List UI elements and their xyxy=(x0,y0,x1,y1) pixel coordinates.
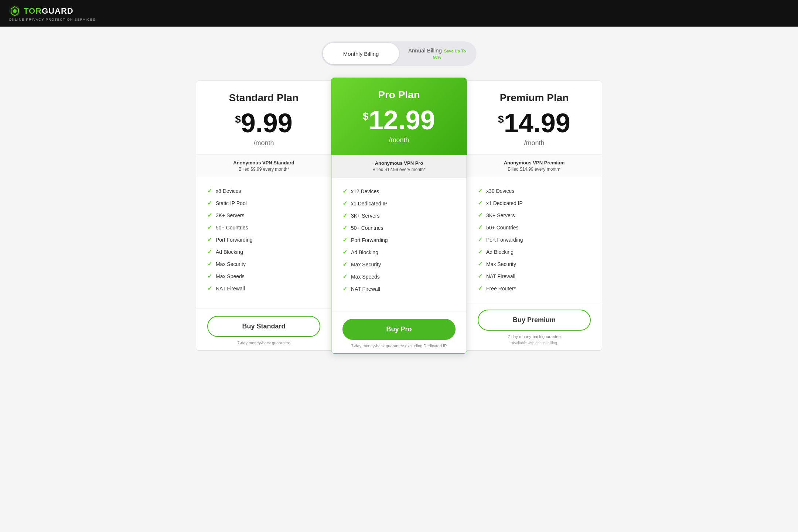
list-item: ✓50+ Countries xyxy=(207,221,320,233)
check-icon: ✓ xyxy=(207,200,212,207)
logo-text: TORGUARD xyxy=(24,6,74,16)
check-icon: ✓ xyxy=(207,224,212,231)
list-item: ✓x8 Devices xyxy=(207,185,320,197)
billing-toggle: Monthly Billing Annual BillingSave Up To… xyxy=(321,41,477,66)
pro-plan-header: Pro Plan $ 12.99 /month xyxy=(331,78,467,155)
check-icon: ✓ xyxy=(342,236,347,243)
premium-plan-cta: Buy Premium 7-day money-back guarantee *… xyxy=(467,302,602,350)
check-icon: ✓ xyxy=(342,249,347,256)
pro-price-dollar: $ xyxy=(363,110,369,122)
standard-features-list: ✓x8 Devices ✓Static IP Pool ✓3K+ Servers… xyxy=(196,177,331,308)
list-item: ✓3K+ Servers xyxy=(207,209,320,221)
standard-plan-period: /month xyxy=(204,139,324,147)
standard-guarantee: 7-day money-back guarantee xyxy=(207,341,320,345)
main-content: Monthly Billing Annual BillingSave Up To… xyxy=(0,27,798,373)
list-item: ✓Ad Blocking xyxy=(478,246,591,258)
premium-guarantee: 7-day money-back guarantee xyxy=(478,334,591,339)
check-icon: ✓ xyxy=(207,236,212,243)
logo: TORGUARD ONLINE PRIVACY PROTECTION SERVI… xyxy=(9,5,96,21)
standard-billing-note: Billed $9.99 every month* xyxy=(204,167,324,172)
pro-plan-subheader: Anonymous VPN Pro Billed $12.99 every mo… xyxy=(331,155,467,178)
pro-billing-note: Billed $12.99 every month* xyxy=(339,167,459,172)
list-item: ✓NAT Firewall xyxy=(342,283,456,295)
check-icon: ✓ xyxy=(342,212,347,219)
standard-plan-subheader: Anonymous VPN Standard Billed $9.99 ever… xyxy=(196,155,331,177)
pro-plan-name: Pro Plan xyxy=(339,89,459,101)
list-item: ✓x1 Dedicated IP xyxy=(342,197,456,209)
buy-standard-button[interactable]: Buy Standard xyxy=(207,316,320,337)
premium-features-list: ✓x30 Devices ✓x1 Dedicated IP ✓3K+ Serve… xyxy=(467,177,602,302)
list-item: ✓x1 Dedicated IP xyxy=(478,197,591,209)
monthly-billing-button[interactable]: Monthly Billing xyxy=(323,43,399,64)
standard-plan-header: Standard Plan $ 9.99 /month xyxy=(196,81,331,155)
check-icon: ✓ xyxy=(342,285,347,292)
pro-guarantee: 7-day money-back guarantee excluding Ded… xyxy=(342,344,456,348)
check-icon: ✓ xyxy=(342,224,347,231)
list-item: ✓Max Security xyxy=(207,258,320,270)
list-item: ✓50+ Countries xyxy=(478,221,591,233)
standard-plan-subtitle: Anonymous VPN Standard xyxy=(204,160,324,166)
check-icon: ✓ xyxy=(207,260,212,267)
check-icon: ✓ xyxy=(478,224,482,231)
standard-plan-name: Standard Plan xyxy=(204,92,324,104)
check-icon: ✓ xyxy=(207,285,212,292)
list-item: ✓Port Forwarding xyxy=(207,233,320,246)
pro-plan-subtitle: Anonymous VPN Pro xyxy=(339,160,459,166)
pro-plan-cta: Buy Pro 7-day money-back guarantee exclu… xyxy=(331,311,467,353)
standard-plan-card: Standard Plan $ 9.99 /month Anonymous VP… xyxy=(196,81,332,351)
logo-subtitle: ONLINE PRIVACY PROTECTION SERVICES xyxy=(9,18,96,21)
buy-pro-button[interactable]: Buy Pro xyxy=(342,319,456,340)
check-icon: ✓ xyxy=(342,261,347,268)
premium-plan-name: Premium Plan xyxy=(474,92,594,104)
list-item: ✓Ad Blocking xyxy=(207,246,320,258)
pro-price-row: $ 12.99 xyxy=(339,107,459,133)
check-icon: ✓ xyxy=(478,248,482,255)
check-icon: ✓ xyxy=(478,260,482,267)
list-item: ✓50+ Countries xyxy=(342,222,456,234)
list-item: ✓Port Forwarding xyxy=(478,233,591,246)
premium-billing-note: Billed $14.99 every month* xyxy=(474,167,594,172)
annual-billing-button[interactable]: Annual BillingSave Up To 50% xyxy=(399,43,475,64)
list-item: ✓3K+ Servers xyxy=(342,209,456,222)
check-icon: ✓ xyxy=(207,187,212,194)
list-item: ✓Static IP Pool xyxy=(207,197,320,209)
list-item: ✓Max Security xyxy=(342,258,456,270)
list-item: ✓Port Forwarding xyxy=(342,234,456,246)
standard-plan-cta: Buy Standard 7-day money-back guarantee xyxy=(196,308,331,350)
list-item: ✓NAT Firewall xyxy=(207,282,320,294)
check-icon: ✓ xyxy=(342,188,347,195)
pro-price-amount: 12.99 xyxy=(369,107,435,133)
list-item: ✓NAT Firewall xyxy=(478,270,591,282)
site-header: TORGUARD ONLINE PRIVACY PROTECTION SERVI… xyxy=(0,0,798,27)
premium-annual-note: *Available with annual billing. xyxy=(478,341,591,345)
list-item: ✓x12 Devices xyxy=(342,185,456,197)
torguard-logo-icon xyxy=(9,5,21,17)
premium-plan-subheader: Anonymous VPN Premium Billed $14.99 ever… xyxy=(467,155,602,177)
standard-price-dollar: $ xyxy=(235,113,241,125)
check-icon: ✓ xyxy=(207,212,212,219)
buy-premium-button[interactable]: Buy Premium xyxy=(478,310,591,331)
premium-plan-subtitle: Anonymous VPN Premium xyxy=(474,160,594,166)
standard-price-amount: 9.99 xyxy=(241,110,293,136)
check-icon: ✓ xyxy=(478,285,482,292)
premium-plan-period: /month xyxy=(474,139,594,147)
pro-plan-card: Pro Plan $ 12.99 /month Anonymous VPN Pr… xyxy=(331,78,467,354)
premium-plan-card: Premium Plan $ 14.99 /month Anonymous VP… xyxy=(466,81,602,351)
list-item: ✓x30 Devices xyxy=(478,185,591,197)
check-icon: ✓ xyxy=(478,212,482,219)
plans-container: Standard Plan $ 9.99 /month Anonymous VP… xyxy=(196,81,602,351)
list-item: ✓Max Speeds xyxy=(207,270,320,282)
check-icon: ✓ xyxy=(478,236,482,243)
svg-point-1 xyxy=(13,9,17,13)
check-icon: ✓ xyxy=(478,273,482,280)
check-icon: ✓ xyxy=(342,273,347,280)
check-icon: ✓ xyxy=(478,200,482,207)
check-icon: ✓ xyxy=(207,273,212,280)
list-item: ✓3K+ Servers xyxy=(478,209,591,221)
list-item: ✓Max Speeds xyxy=(342,270,456,283)
premium-plan-header: Premium Plan $ 14.99 /month xyxy=(467,81,602,155)
check-icon: ✓ xyxy=(478,187,482,194)
check-icon: ✓ xyxy=(207,248,212,255)
pro-features-list: ✓x12 Devices ✓x1 Dedicated IP ✓3K+ Serve… xyxy=(331,178,467,311)
premium-price-row: $ 14.99 xyxy=(474,110,594,136)
